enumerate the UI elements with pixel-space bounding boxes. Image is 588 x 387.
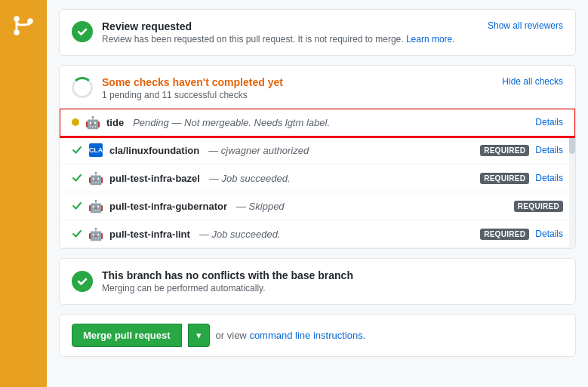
show-all-reviewers-link[interactable]: Show all reviewers xyxy=(488,20,563,31)
merge-or-text: or view command line instructions. xyxy=(216,330,366,341)
bazel-required-badge: Required xyxy=(480,173,529,184)
review-check-icon xyxy=(72,21,93,42)
merge-pull-request-button[interactable]: Merge pull request xyxy=(72,324,182,347)
success-check-cla xyxy=(72,145,82,155)
success-check-lint xyxy=(72,229,82,239)
gubernator-required-badge: Required xyxy=(514,201,563,212)
git-merge-icon xyxy=(10,12,37,41)
review-text: Review requested Review has been request… xyxy=(102,20,455,45)
merge-section: Merge pull request ▾ or view command lin… xyxy=(60,315,575,356)
branch-title: This branch has no conflicts with the ba… xyxy=(102,269,353,281)
checks-header: Some checks haven't completed yet 1 pend… xyxy=(60,66,575,108)
checks-card: Some checks haven't completed yet 1 pend… xyxy=(59,65,576,249)
merge-dropdown-button[interactable]: ▾ xyxy=(188,324,210,347)
cla-details-link[interactable]: Details xyxy=(535,145,563,155)
lint-required-badge: Required xyxy=(480,229,529,240)
review-title: Review requested xyxy=(102,20,455,32)
check-row-bazel: 🤖 pull-test-infra-bazel — Job succeeded.… xyxy=(60,164,575,192)
main-content: Show all reviewers Review requested Revi… xyxy=(47,0,588,387)
svg-point-1 xyxy=(14,29,20,35)
lint-name: pull-test-infra-lint xyxy=(109,229,190,240)
svg-point-0 xyxy=(14,16,20,22)
branch-section: This branch has no conflicts with the ba… xyxy=(72,269,563,293)
lint-details-link[interactable]: Details xyxy=(535,229,563,239)
command-line-link[interactable]: command line instructions. xyxy=(249,330,365,341)
cla-actions: Required Details xyxy=(480,145,563,156)
lint-desc: — Job succeeded. xyxy=(199,229,281,240)
gubernator-bot-icon: 🤖 xyxy=(88,198,103,213)
bazel-details-link[interactable]: Details xyxy=(535,173,563,183)
branch-text: This branch has no conflicts with the ba… xyxy=(102,269,353,293)
checks-subtitle: 1 pending and 11 successful checks xyxy=(102,90,283,100)
branch-card: This branch has no conflicts with the ba… xyxy=(59,258,576,305)
sidebar xyxy=(0,0,47,387)
check-row-gubernator: 🤖 pull-test-infra-gubernator — Skipped R… xyxy=(60,192,575,220)
gubernator-desc: — Skipped xyxy=(236,201,285,212)
hide-all-checks-link[interactable]: Hide all checks xyxy=(502,76,563,87)
tide-desc: Pending — Not mergeable. Needs lgtm labe… xyxy=(133,117,330,128)
pending-dot xyxy=(72,118,79,126)
success-check-bazel xyxy=(72,173,82,183)
checks-list: 🤖 tide Pending — Not mergeable. Needs lg… xyxy=(60,108,575,248)
check-row-lint: 🤖 pull-test-infra-lint — Job succeeded. … xyxy=(60,220,575,248)
cla-desc: — cjwagner authorized xyxy=(208,145,309,156)
checks-heading: Some checks haven't completed yet xyxy=(102,76,283,88)
checks-title: Some checks haven't completed yet 1 pend… xyxy=(102,76,283,100)
page-wrapper: Show all reviewers Review requested Revi… xyxy=(0,0,588,387)
tide-details-link[interactable]: Details xyxy=(535,117,563,127)
branch-check-icon xyxy=(72,271,93,292)
check-row-cla: CLA cla/linuxfoundation — cjwagner autho… xyxy=(60,137,575,164)
check-row-tide: 🤖 tide Pending — Not mergeable. Needs lg… xyxy=(60,109,575,137)
tide-name: tide xyxy=(106,117,124,128)
review-requested-card: Show all reviewers Review requested Revi… xyxy=(59,9,576,56)
success-check-gubernator xyxy=(72,201,82,211)
cla-required-badge: Required xyxy=(480,145,529,156)
branch-desc: Merging can be performed automatically. xyxy=(102,283,353,293)
review-description: Review has been requested on this pull r… xyxy=(102,34,455,45)
tide-actions: Details xyxy=(535,117,563,127)
lint-actions: Required Details xyxy=(480,229,563,240)
gubernator-actions: Required xyxy=(514,201,563,212)
learn-more-link[interactable]: Learn more. xyxy=(406,34,455,45)
pending-spinner xyxy=(72,77,93,98)
bazel-name: pull-test-infra-bazel xyxy=(109,173,200,184)
lint-bot-icon: 🤖 xyxy=(88,226,103,241)
gubernator-name: pull-test-infra-gubernator xyxy=(109,201,227,212)
svg-point-2 xyxy=(27,18,33,24)
bazel-bot-icon: 🤖 xyxy=(88,170,103,186)
cla-icon: CLA xyxy=(88,143,103,158)
bazel-actions: Required Details xyxy=(480,173,563,184)
bazel-desc: — Job succeeded. xyxy=(209,173,291,184)
tide-bot-icon: 🤖 xyxy=(85,115,100,130)
merge-card: Merge pull request ▾ or view command lin… xyxy=(59,314,576,357)
cla-name: cla/linuxfoundation xyxy=(109,145,199,156)
